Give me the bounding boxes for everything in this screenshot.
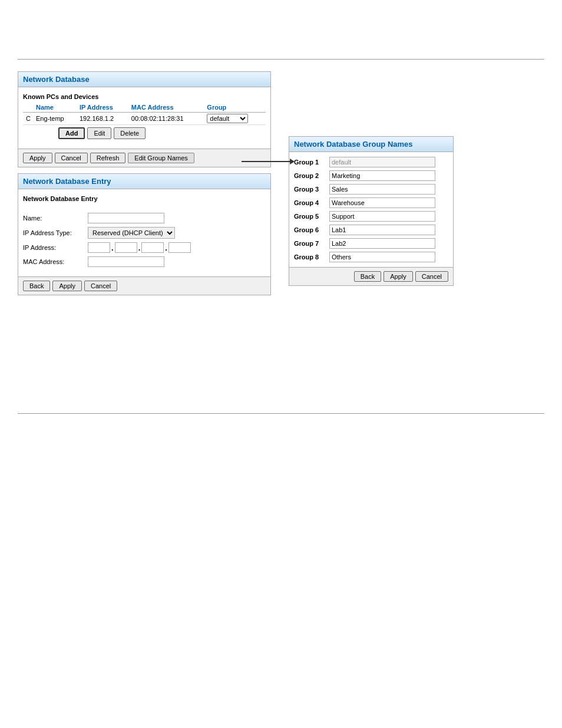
- ip-address-row: IP Address: . . .: [23, 242, 266, 253]
- name-label: Name:: [23, 215, 88, 222]
- ip-octet-2[interactable]: [115, 242, 137, 253]
- group-row-8: Group 8: [289, 252, 453, 262]
- bottom-divider: [18, 413, 544, 414]
- col-icon: [23, 103, 34, 113]
- group-input-6[interactable]: [329, 225, 435, 235]
- delete-button[interactable]: Delete: [114, 127, 146, 139]
- ip-inputs: . . .: [88, 242, 191, 253]
- group-names-box: Network Database Group Names Group 1 Gro…: [289, 136, 454, 286]
- table-row: C Eng-temp 192.168.1.2 00:08:02:11:28:31…: [23, 113, 266, 125]
- entry-back-button[interactable]: Back: [23, 281, 50, 291]
- mac-row: MAC Address:: [23, 256, 266, 267]
- cancel-button[interactable]: Cancel: [55, 153, 88, 163]
- group-input-8[interactable]: [329, 252, 435, 262]
- apply-button[interactable]: Apply: [23, 153, 52, 163]
- ip-type-select[interactable]: Reserved (DHCP Client) Static: [88, 227, 175, 239]
- entry-apply-button[interactable]: Apply: [52, 281, 82, 291]
- group-names-action-bar: Back Apply Cancel: [289, 267, 453, 285]
- row-mac: 00:08:02:11:28:31: [129, 113, 204, 125]
- network-database-title: Network Database: [18, 72, 270, 87]
- group-row-4: Group 4: [289, 197, 453, 208]
- group-names-body: Group 1 Group 2 Group 3 Group 4: [289, 152, 453, 262]
- group-label-2: Group 2: [294, 172, 329, 179]
- page-wrapper: Network Database Known PCs and Devices N…: [0, 0, 562, 728]
- group-label-8: Group 8: [294, 253, 329, 261]
- group-apply-button[interactable]: Apply: [384, 271, 413, 282]
- entry-panel-box: Network Database Entry Network Database …: [18, 173, 271, 295]
- group-back-button[interactable]: Back: [354, 271, 381, 282]
- row-ip: 192.168.1.2: [77, 113, 129, 125]
- known-pcs-label: Known PCs and Devices: [23, 93, 266, 100]
- left-panel: Network Database Known PCs and Devices N…: [18, 71, 271, 295]
- group-row-1: Group 1: [289, 157, 453, 167]
- group-names-title: Network Database Group Names: [289, 137, 453, 152]
- arrow-line: [242, 161, 290, 162]
- network-database-body: Known PCs and Devices Name IP Address MA…: [18, 87, 270, 149]
- group-label-6: Group 6: [294, 226, 329, 233]
- group-cancel-button[interactable]: Cancel: [415, 271, 448, 282]
- col-ip: IP Address: [77, 103, 129, 113]
- right-panel: Network Database Group Names Group 1 Gro…: [289, 136, 454, 286]
- group-input-5[interactable]: [329, 211, 435, 222]
- ip-dot-2: .: [138, 243, 141, 252]
- name-row: Name:: [23, 213, 266, 223]
- ip-octet-3[interactable]: [141, 242, 164, 253]
- group-label-7: Group 7: [294, 240, 329, 247]
- row-icon: C: [23, 113, 34, 125]
- mac-label: MAC Address:: [23, 258, 88, 265]
- group-label-3: Group 3: [294, 186, 329, 193]
- entry-cancel-button[interactable]: Cancel: [84, 281, 117, 291]
- group-row-5: Group 5: [289, 211, 453, 222]
- arrow-head: [290, 159, 295, 164]
- ip-type-row: IP Address Type: Reserved (DHCP Client) …: [23, 227, 266, 239]
- group-label-4: Group 4: [294, 199, 329, 206]
- ip-dot-1: .: [111, 243, 114, 252]
- group-select[interactable]: default Marketing Sales Warehouse Suppor…: [207, 114, 248, 123]
- entry-panel-body: Network Database Entry Name: IP Address …: [18, 189, 270, 276]
- group-row-6: Group 6: [289, 225, 453, 235]
- row-group[interactable]: default Marketing Sales Warehouse Suppor…: [204, 113, 266, 125]
- entry-action-bar: Back Apply Cancel: [18, 276, 270, 295]
- group-row-2: Group 2: [289, 170, 453, 181]
- devices-table: Name IP Address MAC Address Group C Eng-…: [23, 103, 266, 125]
- group-input-1[interactable]: [329, 157, 435, 167]
- edit-group-names-button[interactable]: Edit Group Names: [128, 153, 194, 163]
- col-mac: MAC Address: [129, 103, 204, 113]
- group-label-5: Group 5: [294, 213, 329, 220]
- group-input-4[interactable]: [329, 197, 435, 208]
- crud-toolbar: Add Edit Delete: [23, 125, 266, 143]
- refresh-button[interactable]: Refresh: [90, 153, 126, 163]
- mac-input[interactable]: [88, 256, 164, 267]
- row-name: Eng-temp: [34, 113, 77, 125]
- ip-octet-1[interactable]: [88, 242, 110, 253]
- ip-address-label: IP Address:: [23, 244, 88, 251]
- ip-dot-3: .: [165, 243, 167, 252]
- name-input[interactable]: [88, 213, 164, 223]
- group-input-3[interactable]: [329, 184, 435, 195]
- entry-section-label: Network Database Entry: [23, 195, 266, 202]
- col-group: Group: [204, 103, 266, 113]
- group-row-7: Group 7: [289, 238, 453, 249]
- group-input-7[interactable]: [329, 238, 435, 249]
- arrow-connector: [242, 159, 295, 164]
- add-button[interactable]: Add: [58, 127, 85, 139]
- entry-panel-title: Network Database Entry: [18, 174, 270, 189]
- group-label-1: Group 1: [294, 159, 329, 166]
- ip-octet-4[interactable]: [168, 242, 191, 253]
- top-divider: [18, 59, 544, 60]
- ip-type-label: IP Address Type:: [23, 229, 88, 236]
- col-name: Name: [34, 103, 77, 113]
- content-area: Network Database Known PCs and Devices N…: [0, 71, 562, 295]
- network-db-action-bar: Apply Cancel Refresh Edit Group Names: [18, 149, 270, 167]
- group-row-3: Group 3: [289, 184, 453, 195]
- edit-button[interactable]: Edit: [87, 127, 111, 139]
- group-input-2[interactable]: [329, 170, 435, 181]
- network-database-box: Network Database Known PCs and Devices N…: [18, 71, 271, 167]
